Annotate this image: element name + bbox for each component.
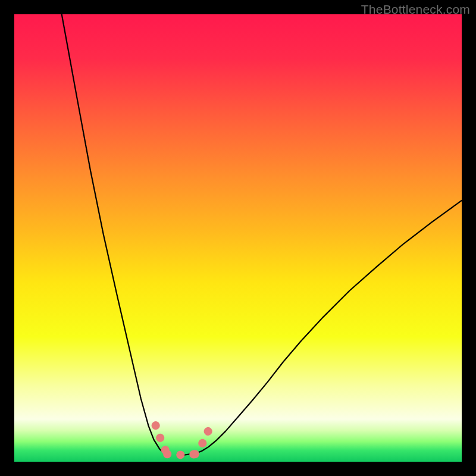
plot-area [14, 14, 462, 462]
chart-stage: TheBottleneck.com [0, 0, 476, 476]
watermark-text: TheBottleneck.com [361, 2, 470, 17]
gradient-background [14, 14, 462, 462]
chart-svg [14, 14, 462, 462]
